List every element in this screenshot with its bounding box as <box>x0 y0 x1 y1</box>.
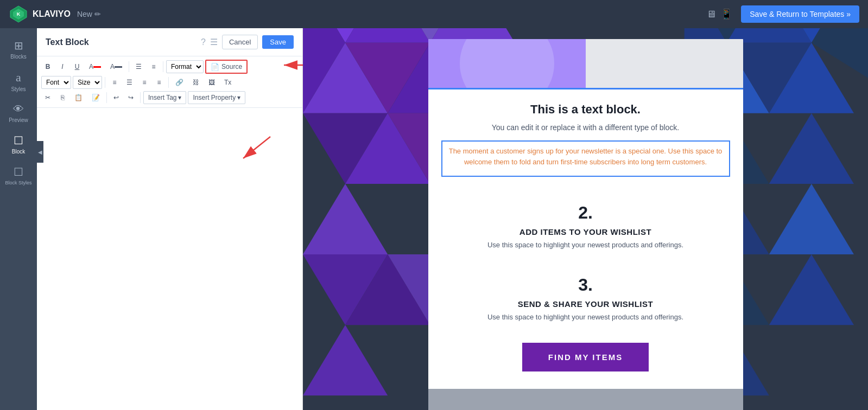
unordered-list-button[interactable]: ☰ <box>132 60 145 73</box>
cancel-button[interactable]: Cancel <box>222 35 258 49</box>
sidebar-item-styles[interactable]: a Styles <box>0 66 37 97</box>
sidebar-item-block-styles[interactable]: ☐ Block Styles <box>0 161 37 190</box>
edit-icon[interactable]: ✏ <box>94 10 101 18</box>
paste-text-button[interactable]: 📝 <box>88 91 104 104</box>
selected-text-block: The moment a customer signs up for your … <box>441 140 730 177</box>
underline-button[interactable]: U <box>71 60 84 73</box>
source-button[interactable]: 📄 Source <box>205 60 248 74</box>
insert-tag-dropdown-icon: ▾ <box>178 94 181 101</box>
klaviyo-logo: K KLAVIYO <box>9 4 71 24</box>
collapse-handle[interactable]: ◀ <box>37 141 43 163</box>
font-color-button[interactable]: A <box>85 60 105 73</box>
undo-button[interactable]: ↩ <box>110 91 123 104</box>
align-center-button[interactable]: ☰ <box>123 76 136 89</box>
step-2-section: 2. ADD ITEMS TO YOUR WISHLIST Use this s… <box>428 190 743 262</box>
image-button[interactable]: 🖼 <box>205 76 219 89</box>
block-styles-icon: ☐ <box>14 165 23 178</box>
left-sidebar: ⊞ Blocks a Styles 👁 Preview ☐ Block ☐ Bl… <box>0 28 37 410</box>
email-text-block: This is a text block. You can edit it or… <box>428 88 743 190</box>
toolbar-row-1: B I U A A ☰ ≡ Format 📄 Source <box>41 60 298 74</box>
sidebar-label-block-styles: Block Styles <box>5 180 31 185</box>
sidebar-label-preview: Preview <box>9 117 28 123</box>
doc-title-area: New ✏ <box>77 10 101 18</box>
insert-property-button[interactable]: Insert Property ▾ <box>188 91 245 104</box>
toolbar-separator-5 <box>106 92 107 103</box>
email-wrapper: This is a text block. You can edit it or… <box>303 28 868 410</box>
toolbar-row-2: Font Size ≡ ☰ ≡ ≡ 🔗 ⛓ 🖼 Tx <box>41 76 298 89</box>
step-3-title: SEND & SHARE YOUR WISHLIST <box>446 299 726 309</box>
block-icon: ☐ <box>14 134 23 147</box>
step-2-number: 2. <box>446 203 726 223</box>
doc-title: New <box>77 10 92 18</box>
save-return-button[interactable]: Save & Return to Templates » <box>741 5 859 23</box>
insert-property-label: Insert Property <box>193 94 236 101</box>
editor-panel: Text Block ? ☰ Cancel Save B I U A A ☰ ≡ <box>37 28 303 410</box>
blocks-icon: ⊞ <box>14 39 23 52</box>
clear-format-button[interactable]: Tx <box>220 76 235 89</box>
size-select[interactable]: Size <box>73 76 102 89</box>
step-3-desc: Use this space to highlight your newest … <box>446 313 726 321</box>
desktop-icon[interactable]: 🖥 <box>706 9 716 20</box>
save-button[interactable]: Save <box>262 35 294 49</box>
sidebar-item-blocks[interactable]: ⊞ Blocks <box>0 35 37 64</box>
source-icon: 📄 <box>211 63 219 71</box>
paste-button[interactable]: 📋 <box>71 91 86 104</box>
preview-area: This is a text block. You can edit it or… <box>303 28 868 410</box>
step-2-title: ADD ITEMS TO YOUR WISHLIST <box>446 227 726 236</box>
header-image-2 <box>586 39 743 88</box>
ordered-list-button[interactable]: ≡ <box>147 60 160 73</box>
mobile-icon[interactable]: 📱 <box>720 8 732 20</box>
cta-button[interactable]: FIND MY ITEMS <box>522 343 649 371</box>
sidebar-item-block[interactable]: ☐ Block <box>0 130 37 159</box>
italic-button[interactable]: I <box>56 60 69 73</box>
font-select[interactable]: Font <box>41 76 71 89</box>
justify-button[interactable]: ≡ <box>153 76 166 89</box>
toolbar-row-3: ✂ ⎘ 📋 📝 ↩ ↪ Insert Tag ▾ Insert Property… <box>41 91 298 104</box>
cut-button[interactable]: ✂ <box>41 91 54 104</box>
email-card: This is a text block. You can edit it or… <box>428 39 743 410</box>
editor-header-right: ? ☰ Cancel Save <box>201 35 294 49</box>
email-header-images <box>428 39 743 88</box>
link-button[interactable]: 🔗 <box>172 76 187 89</box>
format-select[interactable]: Format <box>166 60 204 73</box>
menu-button[interactable]: ☰ <box>210 37 218 47</box>
svg-text:K: K <box>17 11 21 17</box>
insert-tag-label: Insert Tag <box>148 94 176 101</box>
header-left: K KLAVIYO New ✏ <box>9 4 101 24</box>
editor-content-area[interactable] <box>37 108 302 410</box>
klaviyo-logo-icon: K <box>9 4 28 24</box>
bold-button[interactable]: B <box>41 60 54 73</box>
align-left-button[interactable]: ≡ <box>108 76 121 89</box>
email-subtitle: You can edit it or replace it with a dif… <box>446 123 726 132</box>
preview-icon: 👁 <box>13 103 24 116</box>
unlink-button[interactable]: ⛓ <box>189 76 203 89</box>
source-label: Source <box>221 63 242 71</box>
header-image-1 <box>428 39 586 88</box>
toolbar-separator-1 <box>129 61 129 72</box>
styles-icon: a <box>16 71 21 85</box>
sidebar-label-block: Block <box>12 149 25 155</box>
sidebar-item-preview[interactable]: 👁 Preview <box>0 99 37 127</box>
toolbar-separator-3 <box>105 77 105 88</box>
toolbar-separator-6 <box>140 92 141 103</box>
insert-tag-button[interactable]: Insert Tag ▾ <box>143 91 186 104</box>
cta-section: FIND MY ITEMS <box>428 334 743 389</box>
email-bottom-images <box>428 389 743 410</box>
email-main-title: This is a text block. <box>446 102 726 117</box>
sidebar-label-styles: Styles <box>11 86 26 92</box>
device-icons: 🖥 📱 <box>706 8 732 20</box>
redo-button[interactable]: ↪ <box>124 91 137 104</box>
bg-color-button[interactable]: A <box>106 60 126 73</box>
toolbar-separator-2 <box>163 61 163 72</box>
help-button[interactable]: ? <box>201 37 206 47</box>
editor-header: Text Block ? ☰ Cancel Save <box>37 28 302 56</box>
brand-name: KLAVIYO <box>33 9 71 19</box>
editor-title: Text Block <box>46 37 89 47</box>
insert-property-dropdown-icon: ▾ <box>237 94 240 101</box>
align-right-button[interactable]: ≡ <box>138 76 151 89</box>
step-3-section: 3. SEND & SHARE YOUR WISHLIST Use this s… <box>428 262 743 334</box>
toolbar-separator-4 <box>168 77 169 88</box>
bottom-image <box>428 389 743 410</box>
copy-button[interactable]: ⎘ <box>56 91 69 104</box>
main-layout: ⊞ Blocks a Styles 👁 Preview ☐ Block ☐ Bl… <box>0 28 868 410</box>
